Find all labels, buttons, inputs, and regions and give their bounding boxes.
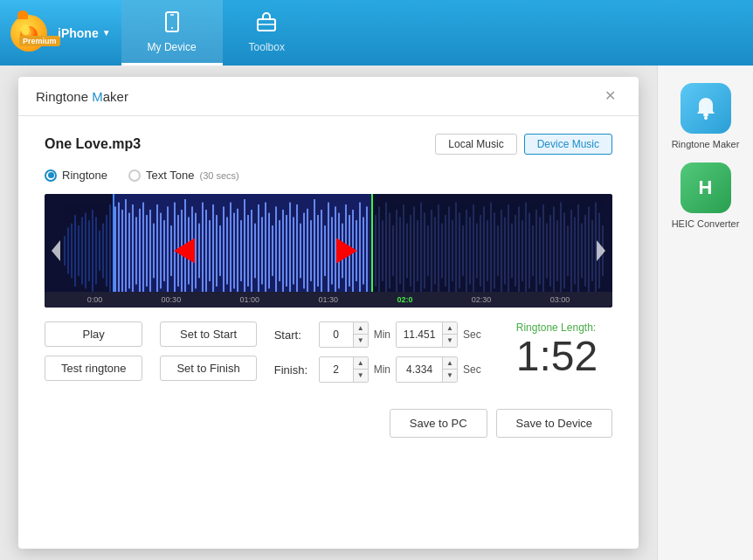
svg-rect-84: [317, 215, 319, 287]
finish-min-down[interactable]: ▼: [354, 370, 368, 382]
save-to-pc-button[interactable]: Save to PC: [390, 409, 487, 438]
svg-rect-28: [121, 210, 123, 292]
ringtone-radio[interactable]: Ringtone: [45, 169, 107, 182]
text-tone-radio-dot: [128, 169, 141, 182]
svg-rect-53: [209, 220, 211, 281]
svg-rect-125: [459, 213, 460, 289]
finish-sec-input-wrap: ▲ ▼: [396, 356, 458, 383]
svg-rect-73: [279, 220, 280, 281]
text-tone-note: (30 secs): [199, 170, 238, 181]
finish-min-up[interactable]: ▲: [354, 357, 368, 370]
svg-rect-152: [553, 206, 555, 294]
sidebar-tool-heic-converter[interactable]: H HEIC Converter: [667, 162, 745, 229]
test-ringtone-button[interactable]: Test ringtone: [45, 356, 142, 381]
ringtone-label: Ringtone: [62, 169, 107, 182]
svg-rect-97: [363, 217, 364, 284]
svg-rect-146: [532, 225, 534, 276]
timeline-label-1: 00:30: [162, 295, 182, 304]
svg-rect-37: [153, 224, 155, 279]
svg-rect-62: [240, 220, 242, 281]
left-controls: Play Test ringtone: [45, 321, 142, 381]
device-name[interactable]: iPhone ▼: [58, 26, 111, 40]
play-button[interactable]: Play: [45, 321, 142, 347]
svg-rect-63: [244, 199, 245, 302]
svg-rect-134: [490, 203, 492, 300]
svg-rect-162: [588, 206, 590, 294]
finish-sec-down[interactable]: ▼: [443, 370, 457, 382]
tab-toolbox[interactable]: Toolbox: [223, 0, 311, 66]
nav-tabs: My Device Toolbox: [121, 0, 311, 66]
svg-rect-24: [109, 204, 111, 297]
svg-rect-32: [135, 217, 137, 284]
svg-rect-158: [574, 217, 576, 284]
svg-rect-12: [67, 228, 69, 274]
svg-rect-136: [497, 225, 499, 276]
start-min-unit: Min: [374, 328, 390, 341]
waveform-container[interactable]: 0:00 00:30 01:00 01:30 02:0 02:30 03:00: [45, 194, 612, 308]
finish-min-input[interactable]: [320, 357, 353, 382]
svg-rect-117: [431, 210, 432, 292]
finish-sec-spinner: ▲ ▼: [442, 357, 457, 382]
svg-rect-66: [254, 224, 256, 279]
svg-rect-55: [216, 215, 218, 287]
dialog-body: One Love.mp3 Local Music Device Music Ri…: [18, 116, 639, 464]
local-music-button[interactable]: Local Music: [435, 134, 516, 155]
text-tone-radio[interactable]: Text Tone (30 secs): [128, 169, 239, 182]
svg-rect-159: [577, 204, 579, 297]
file-name: One Love.mp3: [45, 136, 141, 152]
device-music-button[interactable]: Device Music: [524, 134, 612, 155]
start-min-up[interactable]: ▲: [354, 322, 368, 335]
svg-rect-17: [85, 213, 86, 289]
svg-rect-64: [247, 215, 249, 287]
svg-rect-135: [494, 213, 495, 289]
close-button[interactable]: ✕: [599, 87, 621, 105]
start-min-down[interactable]: ▼: [354, 335, 368, 347]
time-inputs: Start: ▲ ▼ Min ▲: [274, 321, 481, 383]
svg-rect-13: [71, 224, 73, 279]
svg-rect-86: [324, 225, 326, 276]
file-row: One Love.mp3 Local Music Device Music: [45, 134, 612, 155]
set-to-finish-button[interactable]: Set to Finish: [160, 356, 256, 381]
svg-rect-106: [392, 225, 394, 276]
finish-min-input-wrap: ▲ ▼: [319, 356, 369, 383]
ringtone-radio-dot: [45, 169, 57, 182]
svg-rect-29: [125, 199, 127, 302]
tab-my-device[interactable]: My Device: [121, 0, 223, 66]
radio-row: Ringtone Text Tone (30 secs): [45, 169, 612, 182]
svg-rect-139: [508, 204, 509, 297]
save-row: Save to PC Save to Device: [45, 409, 612, 446]
svg-rect-107: [396, 210, 397, 292]
svg-rect-89: [335, 206, 336, 294]
start-sec-input[interactable]: [397, 322, 442, 347]
start-sec-down[interactable]: ▼: [443, 335, 457, 347]
svg-rect-112: [413, 206, 415, 294]
svg-rect-145: [528, 213, 530, 289]
svg-rect-78: [296, 204, 298, 297]
sidebar-tool-ringtone-maker[interactable]: Ringtone Maker: [667, 83, 745, 149]
set-to-start-button[interactable]: Set to Start: [160, 321, 256, 347]
svg-rect-16: [81, 217, 83, 284]
svg-rect-144: [525, 203, 527, 300]
svg-rect-30: [128, 213, 130, 289]
svg-rect-20: [95, 217, 97, 284]
svg-rect-21: [99, 231, 100, 271]
svg-rect-25: [113, 194, 373, 308]
svg-rect-110: [406, 224, 408, 279]
svg-rect-113: [417, 220, 418, 281]
finish-min-unit: Min: [374, 363, 390, 376]
svg-rect-52: [205, 210, 207, 292]
ringtone-length-value: 1:52: [516, 335, 598, 377]
svg-rect-150: [546, 224, 548, 279]
start-sec-up[interactable]: ▲: [443, 322, 457, 335]
timeline-label-4: 02:0: [397, 295, 412, 304]
dialog-header: Ringtone Maker ✕: [18, 77, 639, 116]
finish-sec-up[interactable]: ▲: [443, 357, 457, 370]
premium-badge: Premium: [19, 36, 60, 46]
start-min-input[interactable]: [320, 322, 353, 347]
svg-rect-39: [160, 213, 162, 289]
svg-rect-69: [265, 203, 266, 300]
finish-sec-input[interactable]: [397, 357, 442, 382]
svg-rect-142: [518, 206, 520, 294]
save-to-device-button[interactable]: Save to Device: [496, 409, 612, 438]
start-sec-spinner: ▲ ▼: [442, 322, 457, 347]
